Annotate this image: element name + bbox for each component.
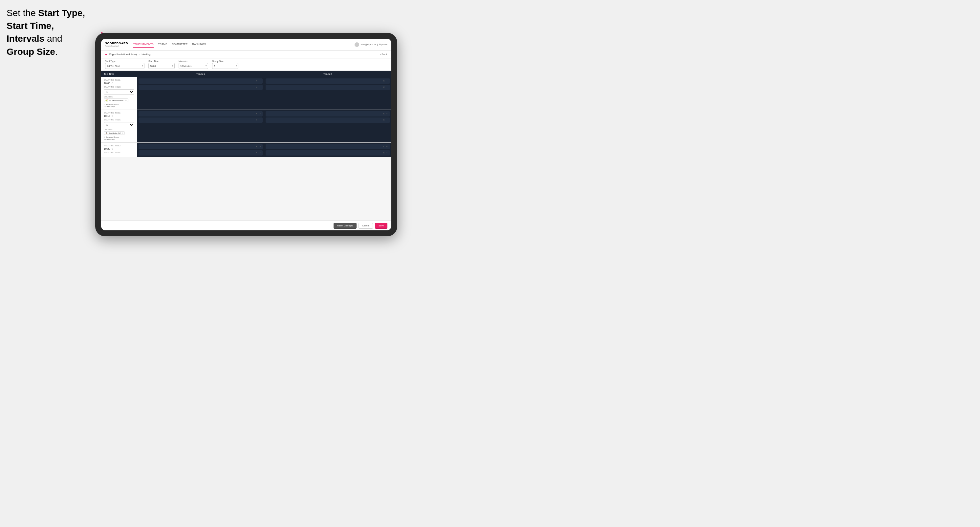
hole-label-r2: STARTING HOLE: bbox=[104, 119, 134, 121]
team2-r3-x2[interactable]: ✕ bbox=[383, 152, 385, 154]
starting-time-label-r1: STARTING TIME: bbox=[104, 79, 134, 81]
nav-link-committee[interactable]: COMMITTEE bbox=[172, 41, 188, 48]
starting-time-label-r3: STARTING TIME: bbox=[104, 145, 134, 147]
intervals-wrapper[interactable]: 10 Minutes 8 Minutes 12 Minutes ▾ bbox=[178, 63, 208, 69]
starting-time-label-r2: STARTING TIME: bbox=[104, 112, 134, 114]
clock-icon-r3: ⏱ bbox=[111, 148, 114, 150]
breadcrumb-icon: ● bbox=[105, 52, 107, 56]
team2-row2-x[interactable]: ✕ bbox=[383, 86, 385, 89]
team1-r3-x2[interactable]: ✕ bbox=[255, 152, 258, 154]
team1-r2-x2[interactable]: ✕ bbox=[255, 119, 258, 121]
team1-r2-edit2[interactable]: ⋯ bbox=[259, 119, 261, 121]
course-tag-r1: ⛳ (A) Peachtree GC × bbox=[104, 98, 134, 102]
team1-r3-row1: ✕ ⋯ bbox=[138, 144, 262, 149]
course-remove-r1[interactable]: × bbox=[126, 99, 127, 102]
team1-panel-r2: ✕ ⋯ ✕ ⋯ bbox=[137, 110, 264, 143]
team1-row1-edit[interactable]: ⋯ bbox=[259, 80, 261, 83]
start-time-select[interactable]: 10:00 09:00 08:00 bbox=[148, 63, 175, 69]
sign-out-link[interactable]: Sign out bbox=[379, 43, 387, 46]
tablet-frame: SCOREBOARD Powered by clippd TOURNAMENTS… bbox=[95, 33, 397, 236]
intervals-label: Intervals bbox=[178, 60, 208, 62]
remove-group-r2[interactable]: ○ Remove Group bbox=[104, 136, 134, 138]
course-label-r1: COURSE: bbox=[104, 96, 134, 98]
team1-panel-r1: ✕ ⋯ ✕ ⋯ bbox=[137, 77, 264, 110]
start-type-select[interactable]: 1st Tee Start Shotgun Start bbox=[105, 63, 145, 69]
th-team2: Team 2 bbox=[264, 71, 391, 77]
start-time-wrapper[interactable]: 10:00 09:00 08:00 ▾ bbox=[148, 63, 175, 69]
nav-right: blair@clippd.io | Sign out bbox=[355, 42, 387, 47]
table-header: Tee Time Team 1 Team 2 bbox=[101, 71, 391, 77]
logo-sub: Powered by clippd bbox=[105, 45, 128, 47]
th-team1: Team 1 bbox=[137, 71, 264, 77]
team1-row2-r2: ✕ ⋯ bbox=[138, 117, 262, 123]
hole-select-r1[interactable]: 1 10 bbox=[104, 89, 134, 95]
group-size-select[interactable]: 3 2 4 bbox=[212, 63, 239, 69]
team2-r3-edit2[interactable]: ⋯ bbox=[386, 152, 388, 154]
th-tee-time: Tee Time bbox=[101, 71, 137, 77]
start-time-field: Start Time 10:00 09:00 08:00 ▾ bbox=[148, 60, 175, 69]
back-link[interactable]: ‹ Back bbox=[380, 53, 387, 56]
reset-button[interactable]: Reset Changes bbox=[334, 223, 356, 229]
course-label-r2: COURSE: bbox=[104, 129, 134, 130]
nav-separator: | bbox=[377, 43, 377, 46]
nav-bar: SCOREBOARD Powered by clippd TOURNAMENTS… bbox=[101, 39, 391, 51]
group-size-wrapper[interactable]: 3 2 4 ▾ bbox=[212, 63, 239, 69]
logo-area: SCOREBOARD Powered by clippd bbox=[105, 42, 128, 47]
nav-link-tournaments[interactable]: TOURNAMENTS bbox=[133, 41, 154, 48]
table-row: STARTING TIME: 10:00 ⏱ STARTING HOLE: 1 … bbox=[101, 77, 391, 110]
nav-link-rankings[interactable]: RANKINGS bbox=[192, 41, 206, 48]
team2-r3-row2: ✕ ⋯ bbox=[266, 150, 390, 156]
team2-row1-r1: ✕ ⋯ bbox=[266, 78, 390, 84]
intervals-select[interactable]: 10 Minutes 8 Minutes 12 Minutes bbox=[178, 63, 208, 69]
team1-r3-edit2[interactable]: ⋯ bbox=[259, 152, 261, 154]
course-remove-r2[interactable]: × bbox=[122, 132, 123, 134]
team2-r2-edit1[interactable]: ⋯ bbox=[386, 113, 388, 115]
start-type-label: Start Type bbox=[105, 60, 145, 62]
left-panel-row2: STARTING TIME: 10:10 ⏱ STARTING HOLE: 1 … bbox=[101, 110, 137, 143]
breadcrumb: ● Clippd Invitational (Mar) › Hosting bbox=[105, 52, 150, 56]
team2-r2-x2[interactable]: ✕ bbox=[383, 119, 385, 121]
hole-label-r1: STARTING HOLE: bbox=[104, 86, 134, 88]
team1-row2-x[interactable]: ✕ bbox=[255, 86, 258, 89]
starting-time-value-r2: 10:10 ⏱ bbox=[104, 114, 134, 117]
remove-group-r1[interactable]: ○ Remove Group bbox=[104, 103, 134, 105]
clock-icon-r2: ⏱ bbox=[111, 115, 114, 117]
add-group-r1[interactable]: + Add Group bbox=[104, 106, 134, 108]
team2-panel-r1: ✕ ⋯ ✕ ⋯ bbox=[264, 77, 391, 110]
user-email: blair@clippd.io bbox=[361, 43, 375, 46]
team1-row1-r2: ✕ ⋯ bbox=[138, 111, 262, 116]
breadcrumb-bar: ● Clippd Invitational (Mar) › Hosting ‹ … bbox=[101, 51, 391, 59]
breadcrumb-section: Hosting bbox=[142, 53, 150, 56]
team2-row2-edit[interactable]: ⋯ bbox=[386, 86, 388, 89]
team1-r2-x1[interactable]: ✕ bbox=[255, 113, 258, 115]
start-type-wrapper[interactable]: 1st Tee Start Shotgun Start ▾ bbox=[105, 63, 145, 69]
cancel-button[interactable]: Cancel bbox=[358, 223, 373, 229]
team2-row1-edit[interactable]: ⋯ bbox=[386, 80, 388, 83]
team2-r2-edit2[interactable]: ⋯ bbox=[386, 119, 388, 121]
table-area: Tee Time Team 1 Team 2 STARTING TIME: 10… bbox=[101, 71, 391, 221]
instruction-text: Set the Start Type, Start Time, Interval… bbox=[6, 6, 99, 58]
settings-bar: Start Type 1st Tee Start Shotgun Start ▾… bbox=[101, 59, 391, 71]
team1-r3-x1[interactable]: ✕ bbox=[255, 145, 258, 148]
hole-select-r2[interactable]: 1 10 bbox=[104, 122, 134, 127]
group-size-field: Group Size 3 2 4 ▾ bbox=[212, 60, 239, 69]
breadcrumb-separator: › bbox=[139, 53, 140, 56]
team1-r2-edit1[interactable]: ⋯ bbox=[259, 113, 261, 115]
nav-link-teams[interactable]: TEAMS bbox=[158, 41, 167, 48]
team2-row1-x[interactable]: ✕ bbox=[383, 80, 385, 83]
team2-r2-x1[interactable]: ✕ bbox=[383, 113, 385, 115]
team1-row1-x[interactable]: ✕ bbox=[255, 80, 258, 83]
table-row: STARTING TIME: 10:20 ⏱ STARTING HOLE: ✕ … bbox=[101, 143, 391, 157]
team1-r3-edit1[interactable]: ⋯ bbox=[259, 145, 261, 148]
nav-links: TOURNAMENTS TEAMS COMMITTEE RANKINGS bbox=[133, 41, 355, 48]
team1-row2-edit[interactable]: ⋯ bbox=[259, 86, 261, 89]
breadcrumb-tournament[interactable]: Clippd Invitational (Mar) bbox=[109, 53, 137, 56]
left-panel-row1: STARTING TIME: 10:00 ⏱ STARTING HOLE: 1 … bbox=[101, 77, 137, 110]
team1-row1-r1: ✕ ⋯ bbox=[138, 78, 262, 84]
team2-r3-x1[interactable]: ✕ bbox=[383, 145, 385, 148]
add-group-r2[interactable]: + Add Group bbox=[104, 138, 134, 140]
clock-icon-r1: ⏱ bbox=[111, 82, 114, 84]
start-type-field: Start Type 1st Tee Start Shotgun Start ▾ bbox=[105, 60, 145, 69]
save-button[interactable]: Save bbox=[375, 223, 387, 229]
team2-r3-edit1[interactable]: ⋯ bbox=[386, 145, 388, 148]
